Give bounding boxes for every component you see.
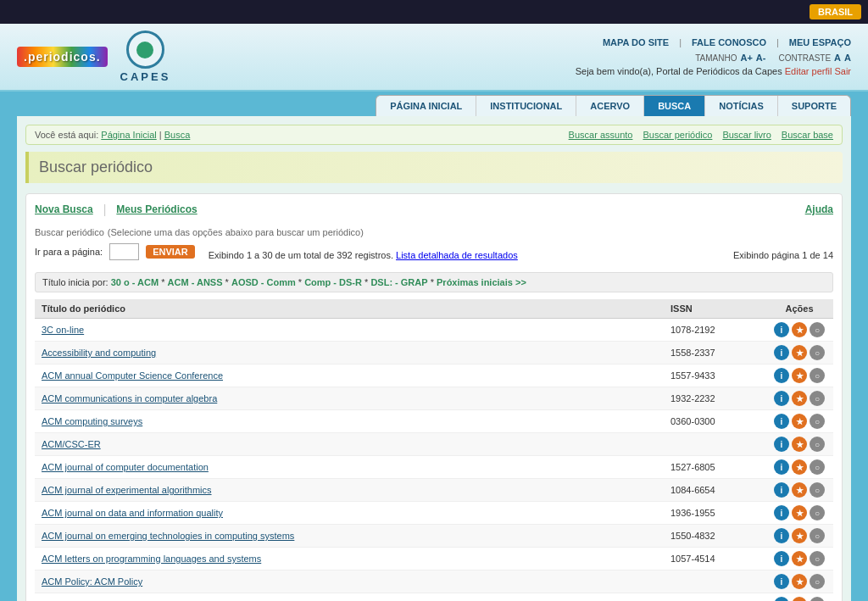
info-icon[interactable]: i xyxy=(774,505,789,520)
issn-value: 1078-2192 xyxy=(664,319,765,342)
tab-noticias[interactable]: NOTÍCIAS xyxy=(705,96,778,116)
periodico-title-link[interactable]: 3C on-line xyxy=(42,325,84,335)
delete-icon[interactable]: ○ xyxy=(810,459,825,475)
info-icon[interactable]: i xyxy=(774,482,789,498)
periodico-title-link[interactable]: ACM communications in computer algebra xyxy=(42,393,217,403)
tab-pagina-inicial[interactable]: PÁGINA INICIAL xyxy=(376,96,476,116)
delete-icon[interactable]: ○ xyxy=(810,528,825,543)
contraste-box: CONTRASTE A A xyxy=(778,53,851,63)
issn-value: 1932-2232 xyxy=(664,387,765,410)
favorite-icon[interactable]: ★ xyxy=(792,482,807,498)
results-table: Título do periódico ISSN Ações 3C on-lin… xyxy=(35,299,833,601)
page-input[interactable] xyxy=(109,243,139,260)
editar-perfil-link[interactable]: Editar perfil xyxy=(785,66,832,76)
periodico-title-link[interactable]: ACM annual Computer Science Conference xyxy=(42,370,223,381)
delete-icon[interactable]: ○ xyxy=(810,437,825,452)
info-icon[interactable]: i xyxy=(774,528,789,543)
periodico-title-link[interactable]: ACM journal on data and information qual… xyxy=(42,508,223,518)
breadcrumb-current[interactable]: Busca xyxy=(164,130,191,140)
header-nav: MAPA DO SITE | FALE CONOSCO | MEU ESPAÇO xyxy=(576,37,851,47)
delete-icon[interactable]: ○ xyxy=(810,368,825,383)
favorite-icon[interactable]: ★ xyxy=(792,528,807,543)
info-icon[interactable]: i xyxy=(774,414,789,429)
info-icon[interactable]: i xyxy=(774,551,789,566)
acoes-cell: i ★ ○ xyxy=(765,410,833,433)
issn-value: 1527-6805 xyxy=(664,456,765,479)
info-icon[interactable]: i xyxy=(774,574,789,589)
periodico-title-link[interactable]: ACM letters on programming languages and… xyxy=(42,554,261,564)
contraste-a2[interactable]: A xyxy=(844,53,851,63)
info-icon[interactable]: i xyxy=(774,368,789,383)
contraste-a1[interactable]: A xyxy=(834,53,841,63)
favorite-icon[interactable]: ★ xyxy=(792,437,807,452)
alpha-acm-anss[interactable]: ACM - ANSS xyxy=(168,277,223,287)
favorite-icon[interactable]: ★ xyxy=(792,345,807,360)
brasil-button[interactable]: BRASIL xyxy=(810,4,861,19)
acoes-cell: i ★ ○ xyxy=(765,570,833,593)
periodico-title-link[interactable]: ACM computing surveys xyxy=(42,416,142,426)
sair-link[interactable]: Sair xyxy=(834,66,851,76)
capes-logo: CAPES xyxy=(120,31,171,83)
info-icon[interactable]: i xyxy=(774,597,789,601)
info-icon[interactable]: i xyxy=(774,345,789,360)
favorite-icon[interactable]: ★ xyxy=(792,368,807,383)
delete-icon[interactable]: ○ xyxy=(810,597,825,601)
lista-detalhada-link[interactable]: Lista detalhada de resultados xyxy=(396,250,518,260)
info-icon[interactable]: i xyxy=(774,391,789,406)
periodico-title-link[interactable]: Accessibility and computing xyxy=(42,348,156,358)
buscar-livro-link[interactable]: Buscar livro xyxy=(722,130,771,140)
mapa-link[interactable]: MAPA DO SITE xyxy=(603,37,669,47)
nova-busca-link[interactable]: Nova Busca xyxy=(35,203,93,215)
delete-icon[interactable]: ○ xyxy=(810,505,825,520)
ajuda-link[interactable]: Ajuda xyxy=(805,203,833,215)
delete-icon[interactable]: ○ xyxy=(810,551,825,566)
favorite-icon[interactable]: ★ xyxy=(792,551,807,566)
fale-link[interactable]: FALE CONOSCO xyxy=(692,37,766,47)
info-icon[interactable]: i xyxy=(774,322,789,337)
delete-icon[interactable]: ○ xyxy=(810,574,825,589)
buscar-periodico-link[interactable]: Buscar periódico xyxy=(643,130,712,140)
info-icon[interactable]: i xyxy=(774,459,789,475)
alpha-aosd-comm[interactable]: AOSD - Comm xyxy=(231,277,296,287)
delete-icon[interactable]: ○ xyxy=(810,322,825,337)
acoes-cell: i ★ ○ xyxy=(765,342,833,364)
meus-periodicos-link[interactable]: Meus Periódicos xyxy=(116,203,197,215)
alpha-30o-acm[interactable]: 30 o - ACM xyxy=(111,277,159,287)
tab-acervo[interactable]: ACERVO xyxy=(576,96,644,116)
font-decrease[interactable]: A- xyxy=(756,53,766,63)
periodico-title-link[interactable]: ACM journal of experimental algorithmics xyxy=(42,485,212,495)
buscar-base-link[interactable]: Buscar base xyxy=(782,130,833,140)
info-icon[interactable]: i xyxy=(774,437,789,452)
delete-icon[interactable]: ○ xyxy=(810,345,825,360)
alpha-proximas[interactable]: Próximas iniciais >> xyxy=(437,277,526,287)
font-increase[interactable]: A+ xyxy=(740,53,752,63)
favorite-icon[interactable]: ★ xyxy=(792,574,807,589)
periodico-title-link[interactable]: ACM/CSC-ER xyxy=(42,439,101,449)
delete-icon[interactable]: ○ xyxy=(810,482,825,498)
alpha-dsl-grap[interactable]: DSL: - GRAP xyxy=(370,277,427,287)
buscar-assunto-link[interactable]: Buscar assunto xyxy=(569,130,633,140)
favorite-icon[interactable]: ★ xyxy=(792,391,807,406)
col-acoes: Ações xyxy=(765,299,833,319)
periodico-title-link[interactable]: ACM journal on emerging technologies in … xyxy=(42,531,294,541)
favorite-icon[interactable]: ★ xyxy=(792,505,807,520)
table-row: ACM journal of experimental algorithmics… xyxy=(35,479,833,502)
periodico-title-link[interactable]: ACM journal of computer documentation xyxy=(42,462,209,472)
favorite-icon[interactable]: ★ xyxy=(792,414,807,429)
delete-icon[interactable]: ○ xyxy=(810,391,825,406)
favorite-icon[interactable]: ★ xyxy=(792,597,807,601)
enviar-button[interactable]: ENVIAR xyxy=(146,245,195,259)
breadcrumb-home[interactable]: Página Inicial xyxy=(101,130,156,140)
tab-institucional[interactable]: INSTITUCIONAL xyxy=(476,96,576,116)
acoes-cell: i ★ ○ xyxy=(765,479,833,502)
periodico-title-link[interactable]: ACM Policy: ACM Policy xyxy=(42,576,142,587)
alpha-comp-dsr[interactable]: Comp - DS-R xyxy=(304,277,362,287)
favorite-icon[interactable]: ★ xyxy=(792,459,807,475)
acoes-cell: i ★ ○ xyxy=(765,387,833,410)
meu-espaco-link[interactable]: MEU ESPAÇO xyxy=(789,37,851,47)
delete-icon[interactable]: ○ xyxy=(810,414,825,429)
favorite-icon[interactable]: ★ xyxy=(792,322,807,337)
results-info: Exibindo 1 a 30 de um total de 392 regis… xyxy=(209,250,518,260)
tab-suporte[interactable]: SUPORTE xyxy=(778,96,850,116)
tab-busca[interactable]: BUSCA xyxy=(644,96,705,116)
